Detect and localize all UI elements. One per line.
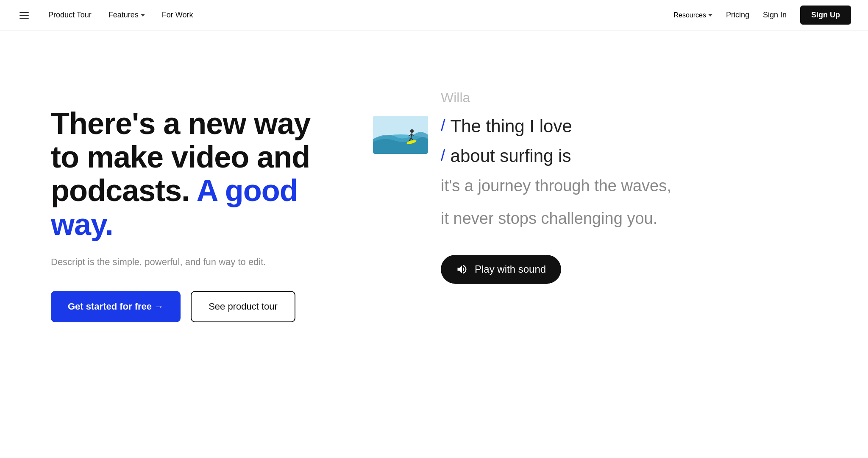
nav-product-tour[interactable]: Product Tour bbox=[48, 11, 92, 20]
nav-sign-in[interactable]: Sign In bbox=[763, 11, 787, 20]
transcript-text-3: it's a journey through the waves, bbox=[441, 176, 834, 196]
transcript-cursor-1: / bbox=[441, 117, 445, 134]
hero-headline: There's a new way to make video and podc… bbox=[51, 107, 322, 241]
transcript-author: Willa bbox=[441, 90, 834, 106]
hero-buttons: Get started for free → See product tour bbox=[51, 291, 322, 322]
nav-features-label: Features bbox=[108, 11, 139, 20]
nav-for-work[interactable]: For Work bbox=[162, 11, 193, 20]
video-thumbnail[interactable] bbox=[373, 116, 428, 154]
hero-left-content: There's a new way to make video and podc… bbox=[51, 81, 322, 322]
nav-resources[interactable]: Resources bbox=[673, 11, 712, 19]
hamburger-menu[interactable] bbox=[17, 9, 31, 21]
hero-section: There's a new way to make video and podc… bbox=[0, 31, 868, 458]
svg-point-2 bbox=[410, 129, 414, 133]
play-with-sound-button[interactable]: Play with sound bbox=[441, 255, 561, 284]
get-started-button[interactable]: Get started for free → bbox=[51, 291, 181, 322]
play-with-sound-label: Play with sound bbox=[475, 263, 546, 275]
transcript-area: / The thing I love / about surfing is it… bbox=[373, 116, 834, 284]
transcript-text-4: it never stops challenging you. bbox=[441, 208, 834, 229]
see-product-tour-button[interactable]: See product tour bbox=[191, 291, 295, 322]
nav-pricing[interactable]: Pricing bbox=[726, 11, 749, 20]
hero-right-content: Willa bbox=[322, 81, 834, 284]
transcript-lines: / The thing I love / about surfing is it… bbox=[441, 116, 834, 229]
transcript-line-1: / The thing I love bbox=[441, 116, 834, 137]
nav-resources-label: Resources bbox=[673, 11, 706, 19]
transcript-cursor-2: / bbox=[441, 147, 445, 163]
transcript-text-1: The thing I love bbox=[451, 116, 572, 137]
sound-icon bbox=[456, 263, 468, 275]
features-chevron-icon bbox=[141, 14, 145, 17]
nav-sign-up-button[interactable]: Sign Up bbox=[800, 6, 851, 25]
transcript-line-2: / about surfing is bbox=[441, 145, 834, 167]
hero-subtext: Descript is the simple, powerful, and fu… bbox=[51, 255, 322, 269]
navbar: Product Tour Features For Work Resources… bbox=[0, 0, 868, 31]
video-thumbnail-image bbox=[373, 116, 428, 154]
transcript-text-2: about surfing is bbox=[451, 145, 571, 167]
nav-features[interactable]: Features bbox=[108, 11, 145, 20]
resources-chevron-icon bbox=[708, 14, 712, 17]
